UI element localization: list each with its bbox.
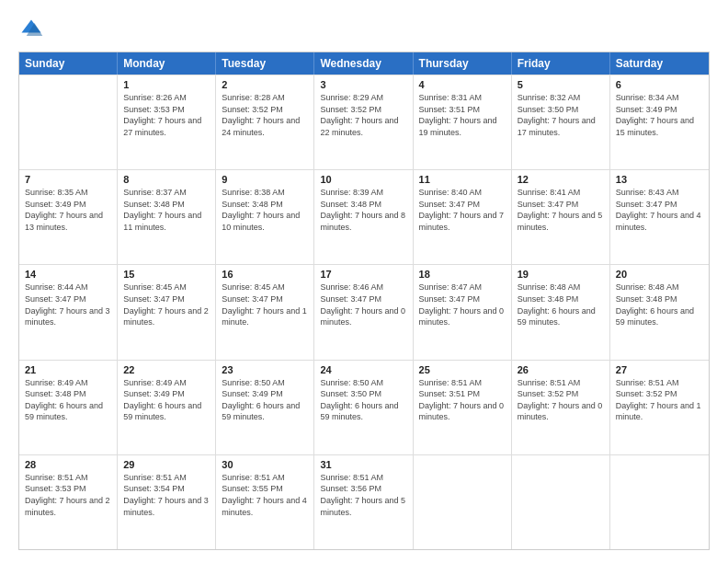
- cal-cell-3-1: 22Sunrise: 8:49 AMSunset: 3:49 PMDayligh…: [118, 361, 216, 454]
- cell-date: 25: [419, 364, 506, 375]
- cal-cell-4-3: 31Sunrise: 8:51 AMSunset: 3:56 PMDayligh…: [314, 455, 413, 549]
- cell-info: Sunrise: 8:49 AMSunset: 3:49 PMDaylight:…: [123, 377, 210, 423]
- cell-info: Sunrise: 8:28 AMSunset: 3:52 PMDaylight:…: [222, 92, 308, 138]
- cell-info: Sunrise: 8:51 AMSunset: 3:55 PMDaylight:…: [222, 472, 308, 518]
- cell-info: Sunrise: 8:46 AMSunset: 3:47 PMDaylight:…: [320, 282, 406, 327]
- cell-info: Sunrise: 8:32 AMSunset: 3:50 PMDaylight:…: [518, 92, 604, 138]
- cell-date: 11: [419, 174, 506, 185]
- cal-row-1: 7Sunrise: 8:35 AMSunset: 3:49 PMDaylight…: [19, 169, 709, 264]
- cell-date: 16: [222, 269, 308, 280]
- cell-info: Sunrise: 8:51 AMSunset: 3:53 PMDaylight:…: [25, 472, 111, 518]
- cell-date: 6: [616, 79, 703, 90]
- cell-info: Sunrise: 8:29 AMSunset: 3:52 PMDaylight:…: [320, 92, 406, 138]
- cell-info: Sunrise: 8:40 AMSunset: 3:47 PMDaylight:…: [419, 187, 506, 233]
- cell-date: 21: [25, 364, 111, 375]
- header-wednesday: Wednesday: [314, 52, 413, 75]
- cell-date: 22: [123, 364, 210, 375]
- cal-cell-1-2: 9Sunrise: 8:38 AMSunset: 3:48 PMDaylight…: [216, 170, 314, 264]
- cell-date: 10: [320, 174, 406, 185]
- cell-date: 15: [123, 269, 210, 280]
- cal-cell-1-3: 10Sunrise: 8:39 AMSunset: 3:48 PMDayligh…: [314, 170, 413, 264]
- cal-cell-3-3: 24Sunrise: 8:50 AMSunset: 3:50 PMDayligh…: [314, 361, 413, 454]
- logo-icon: [18, 17, 44, 42]
- cell-info: Sunrise: 8:50 AMSunset: 3:49 PMDaylight:…: [222, 377, 308, 423]
- cal-cell-1-5: 12Sunrise: 8:41 AMSunset: 3:47 PMDayligh…: [512, 170, 610, 264]
- header-friday: Friday: [512, 52, 610, 75]
- calendar: Sunday Monday Tuesday Wednesday Thursday…: [18, 52, 710, 550]
- cell-info: Sunrise: 8:51 AMSunset: 3:56 PMDaylight:…: [320, 472, 406, 518]
- cell-info: Sunrise: 8:51 AMSunset: 3:52 PMDaylight:…: [518, 377, 604, 423]
- cal-cell-4-0: 28Sunrise: 8:51 AMSunset: 3:53 PMDayligh…: [19, 455, 118, 549]
- cell-date: 2: [222, 79, 308, 90]
- header-sunday: Sunday: [19, 52, 118, 75]
- header-tuesday: Tuesday: [216, 52, 314, 75]
- cal-cell-0-0: [19, 75, 118, 169]
- cell-info: Sunrise: 8:35 AMSunset: 3:49 PMDaylight:…: [25, 187, 111, 233]
- cell-info: Sunrise: 8:26 AMSunset: 3:53 PMDaylight:…: [123, 92, 210, 138]
- cell-info: Sunrise: 8:49 AMSunset: 3:48 PMDaylight:…: [25, 377, 111, 423]
- cell-date: 9: [222, 174, 308, 185]
- cell-info: Sunrise: 8:41 AMSunset: 3:47 PMDaylight:…: [518, 187, 604, 233]
- cell-date: 5: [518, 79, 604, 90]
- cal-cell-3-5: 26Sunrise: 8:51 AMSunset: 3:52 PMDayligh…: [512, 361, 610, 454]
- cell-info: Sunrise: 8:45 AMSunset: 3:47 PMDaylight:…: [222, 282, 308, 327]
- cell-date: 8: [123, 174, 210, 185]
- cell-date: 24: [320, 364, 406, 375]
- cell-date: 31: [320, 459, 406, 470]
- cal-row-0: 1Sunrise: 8:26 AMSunset: 3:53 PMDaylight…: [19, 75, 709, 169]
- cal-cell-0-3: 3Sunrise: 8:29 AMSunset: 3:52 PMDaylight…: [314, 75, 413, 169]
- cell-info: Sunrise: 8:43 AMSunset: 3:47 PMDaylight:…: [616, 187, 703, 233]
- cal-cell-4-6: [610, 455, 709, 549]
- cal-cell-0-5: 5Sunrise: 8:32 AMSunset: 3:50 PMDaylight…: [512, 75, 610, 169]
- cell-info: Sunrise: 8:47 AMSunset: 3:47 PMDaylight:…: [419, 282, 506, 327]
- cell-date: 12: [518, 174, 604, 185]
- cal-cell-1-0: 7Sunrise: 8:35 AMSunset: 3:49 PMDaylight…: [19, 170, 118, 264]
- cal-cell-0-2: 2Sunrise: 8:28 AMSunset: 3:52 PMDaylight…: [216, 75, 314, 169]
- cal-cell-2-6: 20Sunrise: 8:48 AMSunset: 3:48 PMDayligh…: [610, 265, 709, 359]
- cal-row-3: 21Sunrise: 8:49 AMSunset: 3:48 PMDayligh…: [19, 360, 709, 454]
- cal-cell-0-1: 1Sunrise: 8:26 AMSunset: 3:53 PMDaylight…: [118, 75, 216, 169]
- cell-date: 17: [320, 269, 406, 280]
- header: [18, 17, 710, 42]
- cell-date: 28: [25, 459, 111, 470]
- cell-info: Sunrise: 8:48 AMSunset: 3:48 PMDaylight:…: [616, 282, 703, 327]
- cal-cell-0-6: 6Sunrise: 8:34 AMSunset: 3:49 PMDaylight…: [610, 75, 709, 169]
- cell-info: Sunrise: 8:31 AMSunset: 3:51 PMDaylight:…: [419, 92, 506, 138]
- page: Sunday Monday Tuesday Wednesday Thursday…: [0, 0, 728, 563]
- cell-info: Sunrise: 8:34 AMSunset: 3:49 PMDaylight:…: [616, 92, 703, 138]
- logo: [18, 17, 48, 42]
- cal-cell-2-0: 14Sunrise: 8:44 AMSunset: 3:47 PMDayligh…: [19, 265, 118, 359]
- cell-date: 7: [25, 174, 111, 185]
- cal-cell-3-6: 27Sunrise: 8:51 AMSunset: 3:52 PMDayligh…: [610, 361, 709, 454]
- cal-row-2: 14Sunrise: 8:44 AMSunset: 3:47 PMDayligh…: [19, 264, 709, 359]
- cell-date: 27: [616, 364, 703, 375]
- cell-date: 23: [222, 364, 308, 375]
- cell-info: Sunrise: 8:38 AMSunset: 3:48 PMDaylight:…: [222, 187, 308, 233]
- cal-cell-2-2: 16Sunrise: 8:45 AMSunset: 3:47 PMDayligh…: [216, 265, 314, 359]
- cell-date: 14: [25, 269, 111, 280]
- cal-cell-2-4: 18Sunrise: 8:47 AMSunset: 3:47 PMDayligh…: [414, 265, 512, 359]
- cal-cell-4-1: 29Sunrise: 8:51 AMSunset: 3:54 PMDayligh…: [118, 455, 216, 549]
- cell-info: Sunrise: 8:44 AMSunset: 3:47 PMDaylight:…: [25, 282, 111, 327]
- cell-date: 19: [518, 269, 604, 280]
- cal-cell-3-4: 25Sunrise: 8:51 AMSunset: 3:51 PMDayligh…: [414, 361, 512, 454]
- cell-date: 29: [123, 459, 210, 470]
- cell-info: Sunrise: 8:37 AMSunset: 3:48 PMDaylight:…: [123, 187, 210, 233]
- cell-info: Sunrise: 8:51 AMSunset: 3:52 PMDaylight:…: [616, 377, 703, 423]
- cell-info: Sunrise: 8:48 AMSunset: 3:48 PMDaylight:…: [518, 282, 604, 327]
- cell-info: Sunrise: 8:51 AMSunset: 3:51 PMDaylight:…: [419, 377, 506, 423]
- cal-cell-2-1: 15Sunrise: 8:45 AMSunset: 3:47 PMDayligh…: [118, 265, 216, 359]
- header-saturday: Saturday: [610, 52, 709, 75]
- cell-date: 13: [616, 174, 703, 185]
- cal-cell-1-4: 11Sunrise: 8:40 AMSunset: 3:47 PMDayligh…: [414, 170, 512, 264]
- cell-date: 4: [419, 79, 506, 90]
- cell-info: Sunrise: 8:39 AMSunset: 3:48 PMDaylight:…: [320, 187, 406, 233]
- cal-row-4: 28Sunrise: 8:51 AMSunset: 3:53 PMDayligh…: [19, 454, 709, 549]
- cal-cell-1-6: 13Sunrise: 8:43 AMSunset: 3:47 PMDayligh…: [610, 170, 709, 264]
- cal-cell-4-4: [414, 455, 512, 549]
- cell-date: 1: [123, 79, 210, 90]
- cell-date: 18: [419, 269, 506, 280]
- cal-cell-2-5: 19Sunrise: 8:48 AMSunset: 3:48 PMDayligh…: [512, 265, 610, 359]
- header-thursday: Thursday: [414, 52, 512, 75]
- cal-cell-4-2: 30Sunrise: 8:51 AMSunset: 3:55 PMDayligh…: [216, 455, 314, 549]
